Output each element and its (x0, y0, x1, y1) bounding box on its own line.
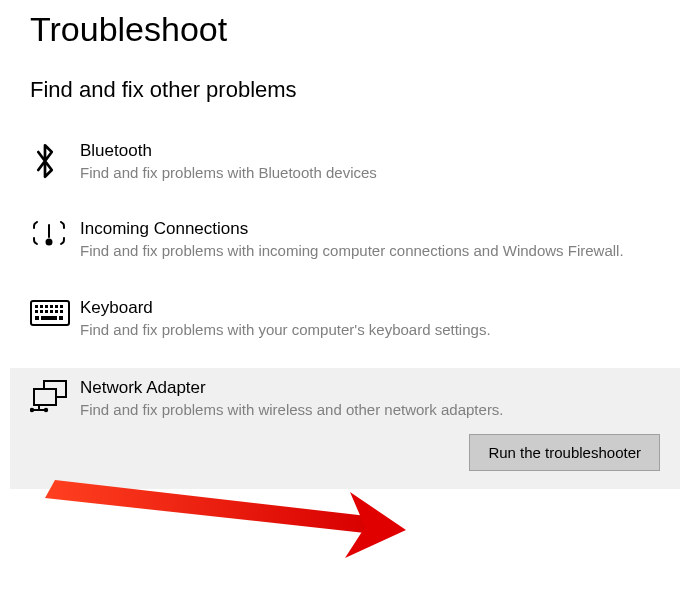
svg-rect-3 (35, 305, 38, 308)
page-title: Troubleshoot (30, 10, 660, 49)
network-adapter-icon (30, 380, 70, 414)
svg-rect-7 (55, 305, 58, 308)
troubleshoot-item-bluetooth[interactable]: Bluetooth Find and fix problems with Blu… (30, 133, 660, 195)
svg-rect-12 (50, 310, 53, 313)
svg-rect-19 (34, 389, 56, 405)
troubleshoot-item-keyboard[interactable]: Keyboard Find and fix problems with your… (30, 290, 660, 352)
svg-point-23 (45, 409, 47, 411)
keyboard-icon (30, 300, 70, 326)
troubleshoot-item-network-adapter[interactable]: Network Adapter Find and fix problems wi… (10, 368, 680, 489)
svg-rect-9 (35, 310, 38, 313)
section-title: Find and fix other problems (30, 77, 660, 103)
svg-point-1 (47, 240, 52, 245)
item-label: Network Adapter (80, 378, 660, 398)
svg-rect-15 (35, 316, 39, 320)
svg-rect-4 (40, 305, 43, 308)
troubleshoot-item-incoming-connections[interactable]: Incoming Connections Find and fix proble… (30, 211, 660, 273)
svg-rect-13 (55, 310, 58, 313)
svg-rect-14 (60, 310, 63, 313)
svg-rect-10 (40, 310, 43, 313)
svg-rect-5 (45, 305, 48, 308)
run-troubleshooter-button[interactable]: Run the troubleshooter (469, 434, 660, 471)
item-label: Incoming Connections (80, 219, 660, 239)
svg-point-22 (31, 409, 33, 411)
svg-rect-8 (60, 305, 63, 308)
incoming-connections-icon (30, 221, 68, 251)
bluetooth-icon (30, 143, 60, 179)
svg-rect-16 (41, 316, 57, 320)
item-description: Find and fix problems with your computer… (80, 320, 660, 340)
item-description: Find and fix problems with Bluetooth dev… (80, 163, 660, 183)
item-description: Find and fix problems with wireless and … (80, 400, 660, 420)
svg-rect-11 (45, 310, 48, 313)
svg-rect-6 (50, 305, 53, 308)
item-label: Keyboard (80, 298, 660, 318)
item-label: Bluetooth (80, 141, 660, 161)
item-description: Find and fix problems with incoming comp… (80, 241, 660, 261)
svg-rect-17 (59, 316, 63, 320)
